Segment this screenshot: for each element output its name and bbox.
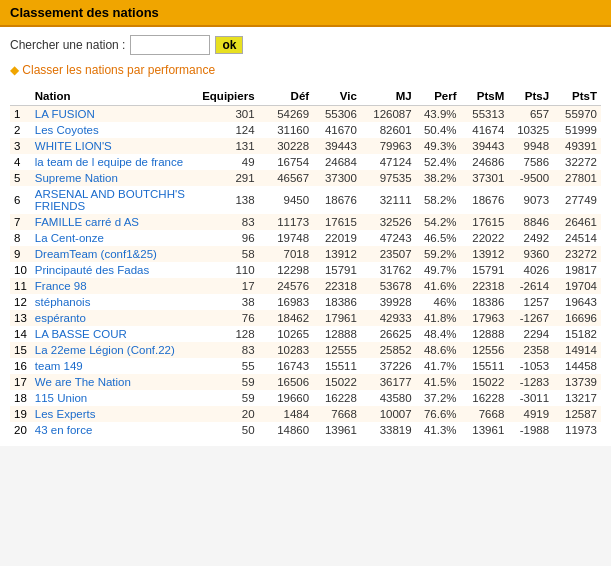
stat-cell: 138 <box>198 186 258 214</box>
rank-cell: 9 <box>10 246 31 262</box>
stat-cell: 15022 <box>461 374 509 390</box>
nation-link[interactable]: WHITE LION'S <box>35 140 112 152</box>
search-input[interactable] <box>130 35 210 55</box>
nation-cell[interactable]: ARSENAL AND BOUTCHH'S FRIENDS <box>31 186 198 214</box>
stat-cell: 43.9% <box>416 106 461 123</box>
table-row: 10Principauté des Fadas11012298157913176… <box>10 262 601 278</box>
nation-cell[interactable]: WHITE LION'S <box>31 138 198 154</box>
nation-cell[interactable]: La 22eme Légion (Conf.22) <box>31 342 198 358</box>
nation-cell[interactable]: espéranto <box>31 310 198 326</box>
nation-cell[interactable]: FAMILLE carré d AS <box>31 214 198 230</box>
table-row: 6ARSENAL AND BOUTCHH'S FRIENDS1389450186… <box>10 186 601 214</box>
stat-cell: 1257 <box>508 294 553 310</box>
stat-cell: 10283 <box>259 342 314 358</box>
nation-cell[interactable]: Les Coyotes <box>31 122 198 138</box>
nation-cell[interactable]: team 149 <box>31 358 198 374</box>
stat-cell: 15182 <box>553 326 601 342</box>
nation-link[interactable]: La Cent-onze <box>35 232 104 244</box>
rank-cell: 11 <box>10 278 31 294</box>
stat-cell: 26461 <box>553 214 601 230</box>
nation-link[interactable]: Principauté des Fadas <box>35 264 149 276</box>
nation-link[interactable]: LA FUSION <box>35 108 95 120</box>
col-ptsm: PtsM <box>461 87 509 106</box>
nation-cell[interactable]: 43 en force <box>31 422 198 438</box>
nation-cell[interactable]: stéphanois <box>31 294 198 310</box>
nation-link[interactable]: Les Coyotes <box>35 124 99 136</box>
stat-cell: 51999 <box>553 122 601 138</box>
stat-cell: 37.2% <box>416 390 461 406</box>
stat-cell: 13739 <box>553 374 601 390</box>
nation-link[interactable]: espéranto <box>35 312 86 324</box>
stat-cell: 55306 <box>313 106 361 123</box>
performance-link[interactable]: Classer les nations par performance <box>10 63 601 77</box>
stat-cell: 46.5% <box>416 230 461 246</box>
stat-cell: 49.7% <box>416 262 461 278</box>
stat-cell: -9500 <box>508 170 553 186</box>
stat-cell: 23272 <box>553 246 601 262</box>
nation-cell[interactable]: DreamTeam (conf1&25) <box>31 246 198 262</box>
nation-link[interactable]: FAMILLE carré d AS <box>35 216 139 228</box>
nation-cell[interactable]: LA BASSE COUR <box>31 326 198 342</box>
stat-cell: 22019 <box>313 230 361 246</box>
stat-cell: 50 <box>198 422 258 438</box>
stat-cell: 50.4% <box>416 122 461 138</box>
stat-cell: 52.4% <box>416 154 461 170</box>
stat-cell: 97535 <box>361 170 416 186</box>
nation-link[interactable]: LA BASSE COUR <box>35 328 127 340</box>
nation-cell[interactable]: Les Experts <box>31 406 198 422</box>
table-row: 12stéphanois3816983183863992846%18386125… <box>10 294 601 310</box>
stat-cell: 16743 <box>259 358 314 374</box>
stat-cell: 31762 <box>361 262 416 278</box>
stat-cell: 96 <box>198 230 258 246</box>
page-title: Classement des nations <box>10 5 159 20</box>
nation-cell[interactable]: France 98 <box>31 278 198 294</box>
nation-cell[interactable]: LA FUSION <box>31 106 198 123</box>
stat-cell: 19643 <box>553 294 601 310</box>
stat-cell: 128 <box>198 326 258 342</box>
stat-cell: 9360 <box>508 246 553 262</box>
nation-cell[interactable]: la team de l equipe de france <box>31 154 198 170</box>
nation-cell[interactable]: We are The Nation <box>31 374 198 390</box>
stat-cell: 79963 <box>361 138 416 154</box>
nation-link[interactable]: France 98 <box>35 280 87 292</box>
nation-link[interactable]: ARSENAL AND BOUTCHH'S FRIENDS <box>35 188 185 212</box>
nation-cell[interactable]: 115 Union <box>31 390 198 406</box>
stat-cell: 22318 <box>461 278 509 294</box>
nation-link[interactable]: 115 Union <box>35 392 87 404</box>
table-row: 1LA FUSION301542695530612608743.9%553136… <box>10 106 601 123</box>
nation-link[interactable]: 43 en force <box>35 424 93 436</box>
table-row: 15La 22eme Légion (Conf.22)8310283125552… <box>10 342 601 358</box>
nation-link[interactable]: La 22eme Légion (Conf.22) <box>35 344 175 356</box>
ok-button[interactable]: ok <box>215 36 243 54</box>
stat-cell: 26625 <box>361 326 416 342</box>
stat-cell: 16506 <box>259 374 314 390</box>
nation-link[interactable]: DreamTeam (conf1&25) <box>35 248 157 260</box>
nation-cell[interactable]: Principauté des Fadas <box>31 262 198 278</box>
stat-cell: 59 <box>198 390 258 406</box>
stat-cell: 11973 <box>553 422 601 438</box>
stat-cell: 126087 <box>361 106 416 123</box>
stat-cell: 291 <box>198 170 258 186</box>
stat-cell: 41674 <box>461 122 509 138</box>
stat-cell: 12888 <box>461 326 509 342</box>
stat-cell: 53678 <box>361 278 416 294</box>
nation-link[interactable]: Supreme Nation <box>35 172 118 184</box>
stat-cell: 54269 <box>259 106 314 123</box>
nation-cell[interactable]: Supreme Nation <box>31 170 198 186</box>
nation-link[interactable]: team 149 <box>35 360 83 372</box>
stat-cell: 16228 <box>461 390 509 406</box>
content-area: Chercher une nation : ok Classer les nat… <box>0 27 611 446</box>
nation-link[interactable]: Les Experts <box>35 408 96 420</box>
stat-cell: 1484 <box>259 406 314 422</box>
stat-cell: 76.6% <box>416 406 461 422</box>
nation-link[interactable]: la team de l equipe de france <box>35 156 183 168</box>
rank-cell: 13 <box>10 310 31 326</box>
nation-cell[interactable]: La Cent-onze <box>31 230 198 246</box>
stat-cell: 16696 <box>553 310 601 326</box>
stat-cell: 9073 <box>508 186 553 214</box>
rank-cell: 12 <box>10 294 31 310</box>
nation-link[interactable]: We are The Nation <box>35 376 131 388</box>
col-perf: Perf <box>416 87 461 106</box>
stat-cell: 48.4% <box>416 326 461 342</box>
nation-link[interactable]: stéphanois <box>35 296 91 308</box>
